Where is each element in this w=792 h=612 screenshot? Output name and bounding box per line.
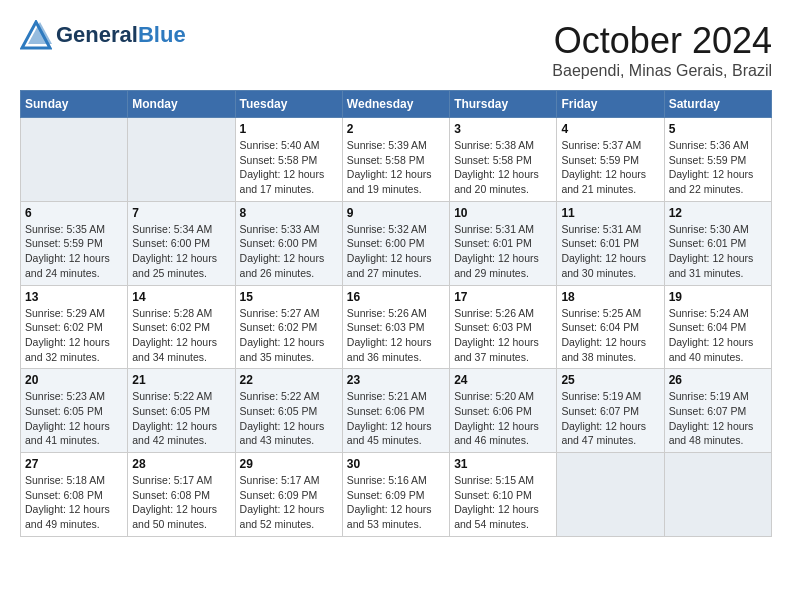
- calendar-day-cell: 12Sunrise: 5:30 AMSunset: 6:01 PMDayligh…: [664, 201, 771, 285]
- day-info: Sunrise: 5:32 AMSunset: 6:00 PMDaylight:…: [347, 222, 445, 281]
- calendar-day-cell: 23Sunrise: 5:21 AMSunset: 6:06 PMDayligh…: [342, 369, 449, 453]
- day-info: Sunrise: 5:40 AMSunset: 5:58 PMDaylight:…: [240, 138, 338, 197]
- day-number: 26: [669, 373, 767, 387]
- day-info: Sunrise: 5:33 AMSunset: 6:00 PMDaylight:…: [240, 222, 338, 281]
- calendar-day-cell: 7Sunrise: 5:34 AMSunset: 6:00 PMDaylight…: [128, 201, 235, 285]
- day-info: Sunrise: 5:18 AMSunset: 6:08 PMDaylight:…: [25, 473, 123, 532]
- day-info: Sunrise: 5:19 AMSunset: 6:07 PMDaylight:…: [561, 389, 659, 448]
- day-number: 14: [132, 290, 230, 304]
- calendar-day-cell: 29Sunrise: 5:17 AMSunset: 6:09 PMDayligh…: [235, 453, 342, 537]
- calendar-day-cell: [557, 453, 664, 537]
- day-number: 5: [669, 122, 767, 136]
- calendar-day-cell: 14Sunrise: 5:28 AMSunset: 6:02 PMDayligh…: [128, 285, 235, 369]
- day-info: Sunrise: 5:27 AMSunset: 6:02 PMDaylight:…: [240, 306, 338, 365]
- calendar-day-cell: 21Sunrise: 5:22 AMSunset: 6:05 PMDayligh…: [128, 369, 235, 453]
- day-number: 11: [561, 206, 659, 220]
- day-info: Sunrise: 5:37 AMSunset: 5:59 PMDaylight:…: [561, 138, 659, 197]
- day-header-tuesday: Tuesday: [235, 91, 342, 118]
- calendar-day-cell: 28Sunrise: 5:17 AMSunset: 6:08 PMDayligh…: [128, 453, 235, 537]
- day-info: Sunrise: 5:22 AMSunset: 6:05 PMDaylight:…: [240, 389, 338, 448]
- day-number: 4: [561, 122, 659, 136]
- calendar-week-row: 20Sunrise: 5:23 AMSunset: 6:05 PMDayligh…: [21, 369, 772, 453]
- day-header-sunday: Sunday: [21, 91, 128, 118]
- calendar-day-cell: 9Sunrise: 5:32 AMSunset: 6:00 PMDaylight…: [342, 201, 449, 285]
- calendar-day-cell: 10Sunrise: 5:31 AMSunset: 6:01 PMDayligh…: [450, 201, 557, 285]
- calendar-week-row: 13Sunrise: 5:29 AMSunset: 6:02 PMDayligh…: [21, 285, 772, 369]
- day-info: Sunrise: 5:29 AMSunset: 6:02 PMDaylight:…: [25, 306, 123, 365]
- calendar-day-cell: 30Sunrise: 5:16 AMSunset: 6:09 PMDayligh…: [342, 453, 449, 537]
- logo-general: General: [56, 22, 138, 47]
- calendar-week-row: 1Sunrise: 5:40 AMSunset: 5:58 PMDaylight…: [21, 118, 772, 202]
- day-info: Sunrise: 5:30 AMSunset: 6:01 PMDaylight:…: [669, 222, 767, 281]
- day-number: 2: [347, 122, 445, 136]
- calendar-day-cell: 13Sunrise: 5:29 AMSunset: 6:02 PMDayligh…: [21, 285, 128, 369]
- day-number: 31: [454, 457, 552, 471]
- calendar-day-cell: 18Sunrise: 5:25 AMSunset: 6:04 PMDayligh…: [557, 285, 664, 369]
- calendar-day-cell: 26Sunrise: 5:19 AMSunset: 6:07 PMDayligh…: [664, 369, 771, 453]
- calendar-day-cell: 6Sunrise: 5:35 AMSunset: 5:59 PMDaylight…: [21, 201, 128, 285]
- day-info: Sunrise: 5:22 AMSunset: 6:05 PMDaylight:…: [132, 389, 230, 448]
- day-number: 21: [132, 373, 230, 387]
- day-number: 25: [561, 373, 659, 387]
- calendar-day-cell: 8Sunrise: 5:33 AMSunset: 6:00 PMDaylight…: [235, 201, 342, 285]
- day-info: Sunrise: 5:15 AMSunset: 6:10 PMDaylight:…: [454, 473, 552, 532]
- day-number: 17: [454, 290, 552, 304]
- day-number: 29: [240, 457, 338, 471]
- day-info: Sunrise: 5:23 AMSunset: 6:05 PMDaylight:…: [25, 389, 123, 448]
- calendar-day-cell: 19Sunrise: 5:24 AMSunset: 6:04 PMDayligh…: [664, 285, 771, 369]
- day-info: Sunrise: 5:16 AMSunset: 6:09 PMDaylight:…: [347, 473, 445, 532]
- calendar-day-cell: 2Sunrise: 5:39 AMSunset: 5:58 PMDaylight…: [342, 118, 449, 202]
- calendar-day-cell: [128, 118, 235, 202]
- calendar-day-cell: 22Sunrise: 5:22 AMSunset: 6:05 PMDayligh…: [235, 369, 342, 453]
- day-info: Sunrise: 5:39 AMSunset: 5:58 PMDaylight:…: [347, 138, 445, 197]
- calendar-day-cell: 11Sunrise: 5:31 AMSunset: 6:01 PMDayligh…: [557, 201, 664, 285]
- calendar-day-cell: [21, 118, 128, 202]
- calendar-day-cell: 15Sunrise: 5:27 AMSunset: 6:02 PMDayligh…: [235, 285, 342, 369]
- day-header-saturday: Saturday: [664, 91, 771, 118]
- logo-icon: [20, 20, 52, 50]
- day-header-friday: Friday: [557, 91, 664, 118]
- calendar-day-cell: 5Sunrise: 5:36 AMSunset: 5:59 PMDaylight…: [664, 118, 771, 202]
- day-number: 22: [240, 373, 338, 387]
- day-info: Sunrise: 5:35 AMSunset: 5:59 PMDaylight:…: [25, 222, 123, 281]
- day-info: Sunrise: 5:25 AMSunset: 6:04 PMDaylight:…: [561, 306, 659, 365]
- title-block: October 2024 Baependi, Minas Gerais, Bra…: [552, 20, 772, 80]
- day-header-thursday: Thursday: [450, 91, 557, 118]
- calendar-day-cell: 27Sunrise: 5:18 AMSunset: 6:08 PMDayligh…: [21, 453, 128, 537]
- day-number: 23: [347, 373, 445, 387]
- day-info: Sunrise: 5:31 AMSunset: 6:01 PMDaylight:…: [454, 222, 552, 281]
- calendar-day-cell: 20Sunrise: 5:23 AMSunset: 6:05 PMDayligh…: [21, 369, 128, 453]
- month-title: October 2024: [552, 20, 772, 62]
- day-info: Sunrise: 5:26 AMSunset: 6:03 PMDaylight:…: [454, 306, 552, 365]
- day-number: 27: [25, 457, 123, 471]
- day-info: Sunrise: 5:20 AMSunset: 6:06 PMDaylight:…: [454, 389, 552, 448]
- day-number: 19: [669, 290, 767, 304]
- day-info: Sunrise: 5:38 AMSunset: 5:58 PMDaylight:…: [454, 138, 552, 197]
- logo-blue: Blue: [138, 22, 186, 47]
- calendar-day-cell: 1Sunrise: 5:40 AMSunset: 5:58 PMDaylight…: [235, 118, 342, 202]
- calendar-week-row: 6Sunrise: 5:35 AMSunset: 5:59 PMDaylight…: [21, 201, 772, 285]
- day-number: 16: [347, 290, 445, 304]
- day-number: 15: [240, 290, 338, 304]
- calendar-day-cell: 31Sunrise: 5:15 AMSunset: 6:10 PMDayligh…: [450, 453, 557, 537]
- calendar-day-cell: [664, 453, 771, 537]
- day-number: 20: [25, 373, 123, 387]
- day-info: Sunrise: 5:26 AMSunset: 6:03 PMDaylight:…: [347, 306, 445, 365]
- day-number: 7: [132, 206, 230, 220]
- day-info: Sunrise: 5:24 AMSunset: 6:04 PMDaylight:…: [669, 306, 767, 365]
- calendar-day-cell: 4Sunrise: 5:37 AMSunset: 5:59 PMDaylight…: [557, 118, 664, 202]
- page-header: GeneralBlue October 2024 Baependi, Minas…: [20, 20, 772, 80]
- day-number: 8: [240, 206, 338, 220]
- day-number: 28: [132, 457, 230, 471]
- day-info: Sunrise: 5:17 AMSunset: 6:09 PMDaylight:…: [240, 473, 338, 532]
- calendar-day-cell: 16Sunrise: 5:26 AMSunset: 6:03 PMDayligh…: [342, 285, 449, 369]
- calendar-header-row: SundayMondayTuesdayWednesdayThursdayFrid…: [21, 91, 772, 118]
- location-title: Baependi, Minas Gerais, Brazil: [552, 62, 772, 80]
- logo: GeneralBlue: [20, 20, 186, 50]
- day-number: 9: [347, 206, 445, 220]
- day-number: 3: [454, 122, 552, 136]
- day-header-monday: Monday: [128, 91, 235, 118]
- day-number: 13: [25, 290, 123, 304]
- day-header-wednesday: Wednesday: [342, 91, 449, 118]
- calendar-day-cell: 24Sunrise: 5:20 AMSunset: 6:06 PMDayligh…: [450, 369, 557, 453]
